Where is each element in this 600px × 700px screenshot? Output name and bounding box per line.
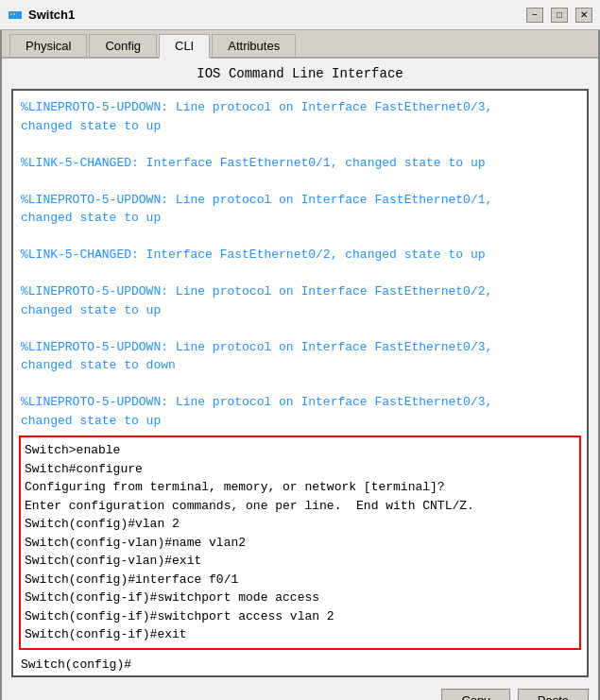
button-bar: Copy Paste bbox=[2, 683, 598, 701]
close-button[interactable]: ✕ bbox=[575, 8, 592, 23]
cli-log: %LINEPROTO-5-UPDOWN: Line protocol on In… bbox=[13, 91, 587, 430]
tab-config[interactable]: Config bbox=[89, 34, 157, 57]
svg-rect-1 bbox=[10, 13, 12, 15]
tab-bar: Physical Config CLI Attributes bbox=[2, 30, 598, 59]
maximize-button[interactable]: □ bbox=[551, 8, 568, 23]
window-title: Switch1 bbox=[28, 8, 75, 22]
cli-output-area[interactable]: %LINEPROTO-5-UPDOWN: Line protocol on In… bbox=[11, 89, 589, 677]
minimize-button[interactable]: − bbox=[526, 8, 543, 23]
title-bar-left: Switch1 bbox=[8, 8, 75, 23]
title-bar: Switch1 − □ ✕ bbox=[0, 0, 600, 30]
svg-rect-2 bbox=[13, 13, 15, 15]
copy-button[interactable]: Copy bbox=[441, 689, 509, 701]
paste-button[interactable]: Paste bbox=[518, 689, 589, 701]
cli-container: %LINEPROTO-5-UPDOWN: Line protocol on In… bbox=[2, 89, 598, 683]
title-bar-controls: − □ ✕ bbox=[526, 8, 592, 23]
tab-physical[interactable]: Physical bbox=[9, 34, 87, 57]
switch-icon bbox=[8, 8, 23, 23]
cli-commands: Switch>enable Switch#configure Configuri… bbox=[19, 435, 581, 650]
cli-prompt: Switch(config)# bbox=[13, 656, 587, 675]
window-body: Physical Config CLI Attributes IOS Comma… bbox=[0, 30, 600, 700]
tab-attributes[interactable]: Attributes bbox=[212, 34, 296, 57]
tab-cli[interactable]: CLI bbox=[159, 34, 210, 59]
section-title: IOS Command Line Interface bbox=[2, 59, 598, 89]
